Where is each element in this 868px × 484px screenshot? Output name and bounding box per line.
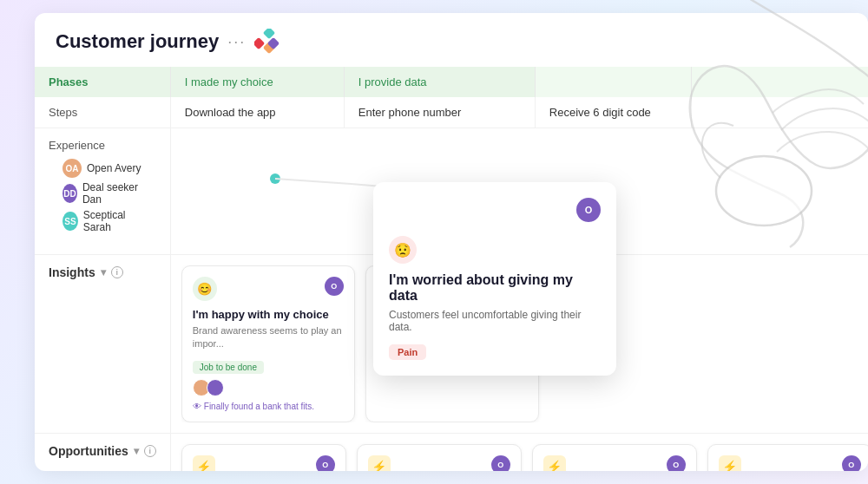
- opportunities-row: Opportunities ▾ i ⚡ O Make costs m: [35, 433, 868, 471]
- card-1-tag[interactable]: Job to be done: [193, 361, 264, 374]
- insights-chevron-icon[interactable]: ▾: [101, 266, 106, 278]
- opportunities-cards-cell: ⚡ O Make costs more transparent Easy to …: [170, 433, 868, 471]
- user-1-name: Open Avery: [87, 162, 141, 174]
- opp-3-avatar: O: [667, 455, 686, 471]
- card-1-desc: Brand awareness seems to play an impor..…: [193, 324, 344, 351]
- opp-2-icon: ⚡: [368, 455, 391, 471]
- steps-label: Steps: [35, 97, 170, 128]
- user-3-row: SS Sceptical Sarah: [62, 209, 142, 233]
- opp-card-4[interactable]: ⚡ O Build trust Users feel more safe if …: [707, 444, 868, 471]
- user-2-row: DD Deal seeker Dan: [62, 181, 142, 206]
- header: Customer journey ···: [35, 13, 868, 67]
- popup-desc: Customers feel uncomfortable giving thei…: [389, 309, 601, 333]
- opp-4-icon: ⚡: [719, 455, 741, 471]
- app-logo: [254, 29, 280, 55]
- step-4: [691, 97, 868, 128]
- svg-rect-2: [263, 29, 275, 39]
- steps-row: Steps Download the app Enter phone numbe…: [35, 97, 868, 128]
- step-1: Download the app: [170, 97, 344, 128]
- opp-card-1[interactable]: ⚡ O Make costs more transparent Easy to …: [181, 444, 346, 471]
- card-1-link[interactable]: 👁 Finally found a bank that fits.: [193, 402, 344, 411]
- opportunities-label: Opportunities: [49, 444, 128, 458]
- opportunities-label-cell: Opportunities ▾ i: [35, 433, 170, 471]
- user-1-row: OA Open Avery: [62, 159, 142, 178]
- experience-label: Experience OA Open Avery DD Deal seeker …: [35, 128, 170, 255]
- opp-card-2[interactable]: ⚡ O Allow other registering options User…: [357, 444, 522, 471]
- phase-cell-4: [691, 67, 868, 97]
- insights-label: Insights: [49, 265, 95, 279]
- step-3: Receive 6 digit code: [535, 97, 691, 128]
- user-1-avatar: OA: [62, 159, 82, 178]
- card-1-av-2: [207, 379, 224, 396]
- card-1-avatars: [193, 379, 344, 396]
- svg-rect-1: [254, 37, 265, 49]
- phase-cell-1[interactable]: I made my choice: [170, 67, 344, 97]
- opportunities-info-icon[interactable]: i: [144, 445, 156, 457]
- user-3-name: Sceptical Sarah: [83, 209, 142, 233]
- page-title: Customer journey: [56, 30, 219, 53]
- opp-card-3[interactable]: ⚡ O Build trust Users feel more safe if …: [532, 444, 697, 471]
- opp-1-avatar: O: [316, 455, 335, 471]
- popup-user-avatar: O: [576, 198, 601, 222]
- opp-3-icon: ⚡: [543, 455, 566, 471]
- eye-icon: 👁: [193, 402, 201, 411]
- phase-cell-3: [535, 67, 691, 97]
- more-options-button[interactable]: ···: [227, 33, 246, 51]
- insights-label-cell: Insights ▾ i: [35, 255, 170, 434]
- insight-card-1[interactable]: 😊 O I'm happy with my choice Brand aware…: [181, 265, 355, 422]
- phase-cell-2[interactable]: I provide data: [344, 67, 535, 97]
- user-avatars: OA Open Avery DD Deal seeker Dan SS Scep…: [49, 152, 156, 244]
- card-1-title: I'm happy with my choice: [193, 308, 344, 321]
- opp-2-avatar: O: [491, 455, 510, 471]
- phases-row: Phases I made my choice I provide data: [35, 67, 868, 97]
- insights-info-icon[interactable]: i: [111, 266, 123, 278]
- opp-1-icon: ⚡: [193, 455, 215, 471]
- opportunities-chevron-icon[interactable]: ▾: [134, 445, 139, 457]
- popup-card: O 😟 I'm worried about giving my data Cus…: [373, 182, 616, 376]
- opportunities-cards-container: ⚡ O Make costs more transparent Easy to …: [181, 444, 868, 471]
- step-2: Enter phone number: [344, 97, 535, 128]
- user-2-avatar: DD: [62, 184, 77, 203]
- phases-label: Phases: [35, 67, 170, 97]
- card-1-user-avatar: O: [325, 277, 344, 296]
- user-3-avatar: SS: [62, 212, 78, 231]
- popup-title: I'm worried about giving my data: [389, 272, 601, 304]
- main-container: Customer journey ··· Phases I made my ch…: [35, 13, 868, 471]
- user-2-name: Deal seeker Dan: [82, 181, 142, 206]
- popup-tag: Pain: [389, 344, 426, 360]
- popup-icon: 😟: [389, 236, 417, 264]
- card-1-icon: 😊: [193, 277, 217, 301]
- opp-4-avatar: O: [842, 455, 861, 471]
